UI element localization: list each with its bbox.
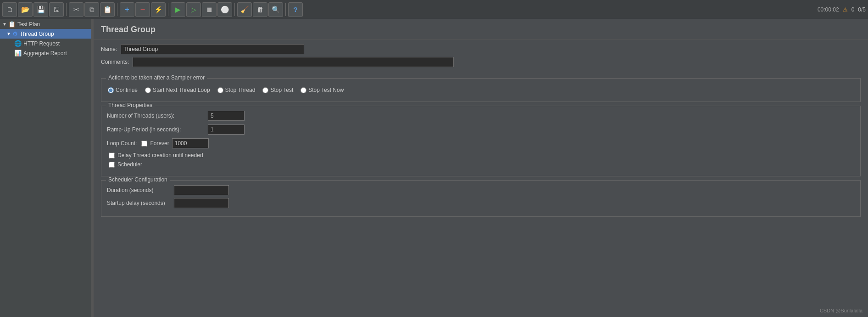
toggle-button[interactable]: ⚡: [151, 2, 166, 17]
sidebar-item-test-plan[interactable]: ▼ 📋 Test Plan: [0, 19, 91, 29]
loop-count-row: Loop Count: Forever: [107, 138, 855, 148]
start-button[interactable]: ▶: [171, 2, 185, 17]
duration-label: Duration (seconds): [107, 187, 171, 193]
name-label: Name:: [101, 46, 117, 52]
ramp-up-input[interactable]: [208, 125, 245, 135]
startup-delay-input[interactable]: [174, 198, 229, 208]
sep1: [66, 3, 67, 16]
continue-radio[interactable]: [108, 87, 114, 93]
stop-icon: ⏹: [206, 6, 213, 13]
shutdown-button[interactable]: ⚪: [217, 2, 232, 17]
toolbar: 🗋 📂 💾 🖫 ✂ ⧉ 📋 + − ⚡ ▶ ▷ ⏹ ⚪ 🧹 🗑: [0, 0, 868, 19]
thread-group-arrow: ▼: [6, 31, 11, 36]
help-button[interactable]: ?: [288, 2, 303, 17]
sidebar-item-aggregate-report[interactable]: 📊 Aggregate Report: [0, 48, 91, 58]
test-plan-icon: 📋: [8, 21, 16, 28]
copy-icon: ⧉: [89, 6, 95, 14]
thread-group-icon: ⚙: [12, 30, 18, 37]
num-threads-row: Number of Threads (users):: [107, 111, 855, 121]
scheduler-label: Scheduler: [117, 161, 142, 168]
comments-row: Comments:: [101, 57, 861, 67]
start-icon: ▶: [175, 6, 181, 14]
save-icon: 💾: [37, 6, 45, 14]
new-icon: 🗋: [6, 6, 13, 13]
stop-test-option[interactable]: Stop Test: [262, 87, 293, 93]
save-as-button[interactable]: 🖫: [49, 2, 64, 17]
start-next-loop-option[interactable]: Start Next Thread Loop: [145, 87, 210, 93]
num-threads-input[interactable]: [208, 111, 245, 121]
ramp-up-label: Ramp-Up Period (in seconds):: [107, 126, 208, 133]
num-threads-label: Number of Threads (users):: [107, 113, 208, 119]
sidebar-item-http-request[interactable]: 🌐 HTTP Request: [0, 39, 91, 48]
main-layout: ▼ 📋 Test Plan ▼ ⚙ Thread Group 🌐 HTTP Re…: [0, 19, 868, 317]
start-no-pause-icon: ▷: [191, 6, 196, 14]
stop-test-now-label: Stop Test Now: [308, 87, 344, 93]
warning-icon: ⚠: [843, 6, 848, 13]
comments-label: Comments:: [101, 59, 129, 65]
thread-group-label: Thread Group: [20, 31, 54, 37]
start-no-pause-button[interactable]: ▷: [186, 2, 201, 17]
cut-button[interactable]: ✂: [69, 2, 83, 17]
clear-button[interactable]: 🧹: [237, 2, 252, 17]
stop-test-radio[interactable]: [262, 87, 268, 93]
stop-test-now-radio[interactable]: [300, 87, 306, 93]
stop-thread-option[interactable]: Stop Thread: [217, 87, 256, 93]
http-request-icon: 🌐: [14, 40, 22, 47]
scheduler-row: Scheduler: [107, 161, 855, 168]
page-title: Thread Group: [94, 19, 868, 40]
new-button[interactable]: 🗋: [2, 2, 17, 17]
delay-thread-label: Delay Thread creation until needed: [117, 152, 203, 158]
remove-button[interactable]: −: [135, 2, 150, 17]
progress-display: 0/5: [858, 6, 866, 13]
copy-button[interactable]: ⧉: [84, 2, 99, 17]
forever-checkbox[interactable]: [141, 141, 147, 147]
paste-button[interactable]: 📋: [100, 2, 115, 17]
loop-count-label: Loop Count:: [107, 140, 137, 147]
open-button[interactable]: 📂: [18, 2, 33, 17]
ramp-up-row: Ramp-Up Period (in seconds):: [107, 125, 855, 135]
remove-icon: −: [140, 5, 145, 14]
name-input[interactable]: [121, 44, 304, 54]
watermark: CSDN @Sunlalalla: [820, 308, 862, 313]
sidebar: ▼ 📋 Test Plan ▼ ⚙ Thread Group 🌐 HTTP Re…: [0, 19, 92, 317]
stop-test-now-option[interactable]: Stop Test Now: [300, 87, 344, 93]
search-button[interactable]: 🔍: [268, 2, 283, 17]
delay-thread-checkbox[interactable]: [109, 153, 115, 158]
forever-label: Forever: [150, 140, 169, 147]
save-button[interactable]: 💾: [33, 2, 48, 17]
sep3: [168, 3, 168, 16]
shutdown-icon: ⚪: [221, 6, 229, 14]
scheduler-config-title: Scheduler Configuration: [106, 176, 170, 183]
name-row-area: Name: Comments:: [94, 40, 868, 74]
scheduler-config-section: Scheduler Configuration Duration (second…: [101, 180, 861, 217]
save-as-icon: 🖫: [53, 6, 60, 13]
stop-thread-radio[interactable]: [217, 87, 223, 93]
continue-label: Continue: [116, 87, 138, 93]
open-icon: 📂: [21, 6, 30, 14]
warning-count: 0: [851, 6, 855, 13]
loop-count-input[interactable]: [172, 138, 209, 148]
add-button[interactable]: +: [120, 2, 134, 17]
scheduler-checkbox[interactable]: [109, 162, 115, 168]
clear-all-icon: 🗑: [257, 6, 264, 13]
stop-thread-label: Stop Thread: [225, 87, 256, 93]
sampler-error-title: Action to be taken after a Sampler error: [106, 74, 207, 81]
duration-input[interactable]: [174, 185, 229, 195]
sep4: [234, 3, 235, 16]
paste-icon: 📋: [103, 6, 112, 14]
search-icon: 🔍: [272, 6, 280, 14]
start-next-loop-radio[interactable]: [145, 87, 151, 93]
comments-input[interactable]: [133, 57, 454, 67]
continue-option[interactable]: Continue: [108, 87, 138, 93]
toggle-icon: ⚡: [154, 6, 163, 14]
toolbar-right: 00:00:02 ⚠ 0 0/5: [818, 6, 866, 13]
thread-properties-section: Thread Properties Number of Threads (use…: [101, 106, 861, 176]
sidebar-item-thread-group[interactable]: ▼ ⚙ Thread Group: [0, 29, 91, 39]
stop-button[interactable]: ⏹: [202, 2, 217, 17]
clear-all-button[interactable]: 🗑: [253, 2, 267, 17]
test-plan-label: Test Plan: [17, 21, 40, 28]
content-panel: Thread Group Name: Comments: Action to b…: [94, 19, 868, 317]
sampler-error-options: Continue Start Next Thread Loop Stop Thr…: [106, 82, 856, 98]
test-plan-arrow: ▼: [2, 22, 7, 27]
sep5: [285, 3, 286, 16]
